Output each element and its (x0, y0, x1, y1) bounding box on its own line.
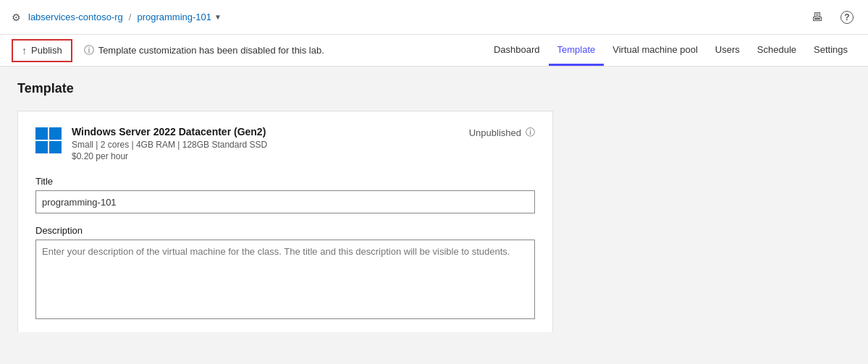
vm-info-row: Windows Server 2022 Datacenter (Gen2) Sm… (35, 126, 535, 161)
status-badge: Unpublished (469, 127, 521, 138)
page-content: Template Windows Server 2022 Datacenter … (0, 67, 868, 332)
publish-label: Publish (31, 45, 62, 56)
info-icon: ⓘ (84, 44, 94, 57)
tab-template[interactable]: Template (549, 35, 604, 66)
windows-logo-icon (35, 127, 62, 153)
template-card: Windows Server 2022 Datacenter (Gen2) Sm… (17, 111, 553, 332)
svg-rect-3 (49, 141, 62, 153)
top-nav-right: 🖶 ? (809, 7, 856, 27)
title-form-group: Title (35, 176, 535, 213)
help-button[interactable]: ? (838, 7, 856, 27)
status-info-icon[interactable]: ⓘ (526, 126, 535, 139)
description-textarea[interactable] (35, 240, 535, 319)
upload-icon: ↑ (22, 45, 27, 56)
publish-button[interactable]: ↑ Publish (12, 39, 72, 62)
description-form-group: Description (35, 225, 535, 321)
top-nav: ⚙ labservices-contoso-rg / programming-1… (0, 0, 868, 35)
vm-specs: Small | 2 cores | 4GB RAM | 128GB Standa… (72, 140, 267, 150)
info-message-container: ⓘ Template customization has been disabl… (84, 44, 324, 57)
vm-details: Windows Server 2022 Datacenter (Gen2) Sm… (72, 126, 267, 161)
title-label: Title (35, 176, 535, 187)
tab-vm-pool[interactable]: Virtual machine pool (604, 35, 707, 66)
lab-name-dropdown[interactable]: programming-101 ▼ (137, 12, 222, 22)
svg-rect-1 (49, 127, 62, 140)
help-icon: ? (840, 11, 854, 24)
vm-name: Windows Server 2022 Datacenter (Gen2) (72, 126, 267, 137)
tab-bar: Dashboard Template Virtual machine pool … (485, 35, 856, 66)
monitor-button[interactable]: 🖶 (809, 8, 826, 27)
tab-dashboard[interactable]: Dashboard (485, 35, 549, 66)
breadcrumb: ⚙ labservices-contoso-rg / programming-1… (12, 12, 222, 23)
lab-name-label: programming-101 (137, 12, 211, 22)
breadcrumb-separator: / (129, 12, 132, 22)
tab-settings[interactable]: Settings (805, 35, 856, 66)
svg-rect-2 (35, 141, 48, 153)
tab-users[interactable]: Users (707, 35, 749, 66)
title-input[interactable] (35, 190, 535, 213)
vm-info-left: Windows Server 2022 Datacenter (Gen2) Sm… (35, 126, 267, 161)
chevron-down-icon: ▼ (214, 13, 222, 21)
action-bar: ↑ Publish ⓘ Template customization has b… (0, 35, 868, 67)
svg-rect-0 (35, 127, 48, 140)
resource-group-label[interactable]: labservices-contoso-rg (28, 12, 123, 22)
monitor-icon: 🖶 (812, 11, 823, 23)
vm-status: Unpublished ⓘ (469, 126, 535, 139)
description-label: Description (35, 225, 535, 236)
vm-price: $0.20 per hour (72, 151, 267, 161)
info-message-text: Template customization has been disabled… (98, 45, 324, 56)
resource-icon: ⚙ (12, 12, 21, 23)
page-title: Template (17, 81, 851, 96)
tab-schedule[interactable]: Schedule (749, 35, 805, 66)
